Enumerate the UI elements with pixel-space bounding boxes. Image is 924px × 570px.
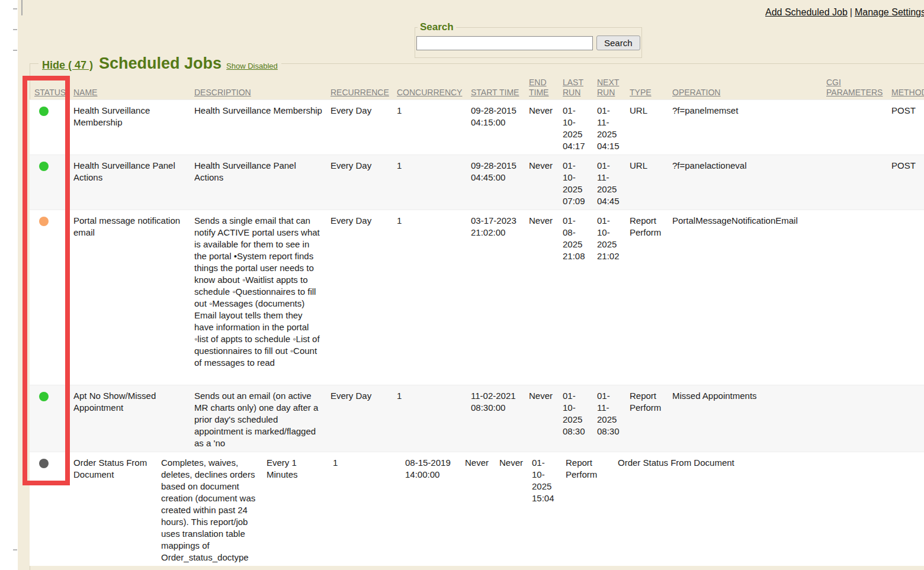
table-row[interactable]: Order Status From Document Completes, wa…: [30, 452, 924, 566]
search-button[interactable]: Search: [596, 36, 640, 50]
job-name: Portal message notification email: [73, 210, 194, 385]
page-title: Scheduled Jobs: [99, 54, 222, 72]
status-dot: [39, 162, 49, 171]
job-next-run: 01-10-2025 15:04: [532, 452, 566, 566]
job-start-time: 08-15-2019 14:00:00: [405, 452, 465, 566]
column-header-recurrence[interactable]: RECURRENCE: [331, 88, 389, 98]
column-header-next-run[interactable]: NEXT RUN: [597, 78, 621, 98]
job-end-time: Never: [529, 100, 563, 154]
column-header-type[interactable]: TYPE: [630, 88, 652, 98]
job-type: Report Perform: [630, 210, 672, 385]
column-header-end-time[interactable]: END TIME: [529, 78, 554, 98]
column-header-operation[interactable]: OPERATION: [672, 88, 720, 98]
gutter-tick: [13, 29, 17, 30]
job-type: Report Perform: [566, 452, 618, 566]
job-start-time: 03-17-2023 21:02:00: [471, 210, 529, 385]
column-header-concurrency[interactable]: CONCURRENCY: [397, 88, 462, 98]
job-end-time: Never: [465, 452, 499, 566]
job-recurrence: Every Day: [331, 385, 397, 452]
show-disabled-link[interactable]: Show Disabled: [226, 62, 278, 70]
job-operation: Missed Appointments: [672, 385, 826, 452]
job-description: Sends out an email (on active MR charts …: [194, 385, 331, 452]
job-next-run: 01-10-2025 21:02: [597, 210, 630, 385]
job-operation: ?f=panelactioneval: [672, 155, 826, 210]
job-recurrence: Every 1 Minutes: [267, 452, 333, 566]
job-concurrency: 1: [397, 385, 471, 452]
job-cgi-parameters: [826, 100, 891, 154]
job-description: Sends a single email that can notify ACT…: [194, 210, 331, 385]
job-description: Health Surveillance Panel Actions: [194, 155, 331, 210]
status-dot: [39, 217, 49, 226]
column-header-method[interactable]: METHOD: [891, 88, 924, 98]
column-header-cgi-parameters[interactable]: CGI PARAMETERS: [826, 78, 883, 98]
search-panel-legend: Search: [418, 21, 456, 33]
job-concurrency: 1: [397, 100, 471, 154]
column-header-name[interactable]: NAME: [73, 88, 97, 98]
job-type: URL: [630, 100, 672, 154]
add-scheduled-job-link[interactable]: Add Scheduled Job: [765, 7, 848, 17]
status-dot: [39, 107, 49, 116]
job-recurrence: Every Day: [331, 100, 397, 154]
job-method: [891, 210, 924, 385]
job-name: Order Status From Document: [73, 452, 161, 566]
table-row[interactable]: Health Surveillance Panel Actions Health…: [30, 154, 924, 210]
gutter-tick: [13, 8, 17, 9]
job-end-time: Never: [529, 210, 563, 385]
job-description: Completes, waives, deletes, declines ord…: [161, 452, 267, 566]
job-next-run: 01-11-2025 04:15: [597, 100, 630, 154]
job-operation: PortalMessageNotificationEmail: [672, 210, 826, 385]
hide-count-link[interactable]: Hide ( 47 ): [42, 59, 93, 71]
job-method: [861, 452, 924, 566]
table-row[interactable]: Apt No Show/Missed Appointment Sends out…: [30, 385, 924, 452]
link-separator: |: [850, 7, 852, 17]
job-cgi-parameters: [795, 452, 861, 566]
job-concurrency: 1: [397, 155, 471, 210]
column-header-start-time[interactable]: START TIME: [471, 88, 519, 98]
job-start-time: 09-28-2015 04:15:00: [471, 100, 529, 154]
job-next-run: 01-11-2025 04:45: [597, 155, 630, 210]
job-operation: ?f=panelmemset: [672, 100, 826, 154]
job-cgi-parameters: [826, 155, 891, 210]
job-last-run: Never: [499, 452, 532, 566]
job-end-time: Never: [529, 385, 563, 452]
top-action-links: Add Scheduled Job|Manage Settings: [765, 7, 924, 18]
job-last-run: 01-10-2025 08:30: [563, 385, 597, 452]
job-type: URL: [630, 155, 672, 210]
status-dot: [39, 392, 49, 401]
job-recurrence: Every Day: [331, 210, 397, 385]
job-recurrence: Every Day: [331, 155, 397, 210]
manage-settings-link[interactable]: Manage Settings: [855, 7, 924, 17]
scheduled-jobs-table: STATUS NAME DESCRIPTION RECURRENCE CONCU…: [30, 72, 924, 566]
job-cgi-parameters: [826, 210, 891, 385]
table-row[interactable]: Portal message notification email Sends …: [30, 210, 924, 385]
gutter-tick: [13, 50, 17, 51]
job-method: POST: [891, 100, 924, 154]
job-start-time: 09-28-2015 04:45:00: [471, 155, 529, 210]
table-row[interactable]: Health Surveillance Membership Health Su…: [30, 99, 924, 154]
search-input[interactable]: [416, 36, 593, 50]
scheduled-jobs-legend: Hide ( 47 )Scheduled JobsShow Disabled: [38, 54, 281, 73]
gutter-tick: [13, 549, 17, 550]
job-type: Report Perform: [630, 385, 672, 452]
job-start-time: 11-02-2021 08:30:00: [471, 385, 529, 452]
job-last-run: 01-08-2025 21:08: [563, 210, 597, 385]
job-name: Health Surveillance Membership: [73, 100, 194, 154]
column-header-description[interactable]: DESCRIPTION: [194, 88, 251, 98]
job-cgi-parameters: [826, 385, 891, 452]
column-header-last-run[interactable]: LAST RUN: [563, 78, 586, 98]
job-concurrency: 1: [333, 452, 405, 566]
job-method: [891, 385, 924, 452]
column-header-status[interactable]: STATUS: [34, 88, 66, 98]
table-header-row: STATUS NAME DESCRIPTION RECURRENCE CONCU…: [30, 72, 924, 99]
job-concurrency: 1: [397, 210, 471, 385]
job-name: Apt No Show/Missed Appointment: [73, 385, 194, 452]
job-operation: Order Status From Document: [618, 452, 795, 566]
search-panel: Search Search: [415, 21, 642, 58]
job-last-run: 01-10-2025 04:17: [563, 100, 597, 154]
job-description: Health Surveillance Membership: [194, 100, 331, 154]
status-dot: [39, 459, 49, 468]
job-next-run: 01-11-2025 08:30: [597, 385, 630, 452]
left-gutter: [0, 0, 18, 570]
edge-line: [21, 0, 23, 15]
job-method: POST: [891, 155, 924, 210]
